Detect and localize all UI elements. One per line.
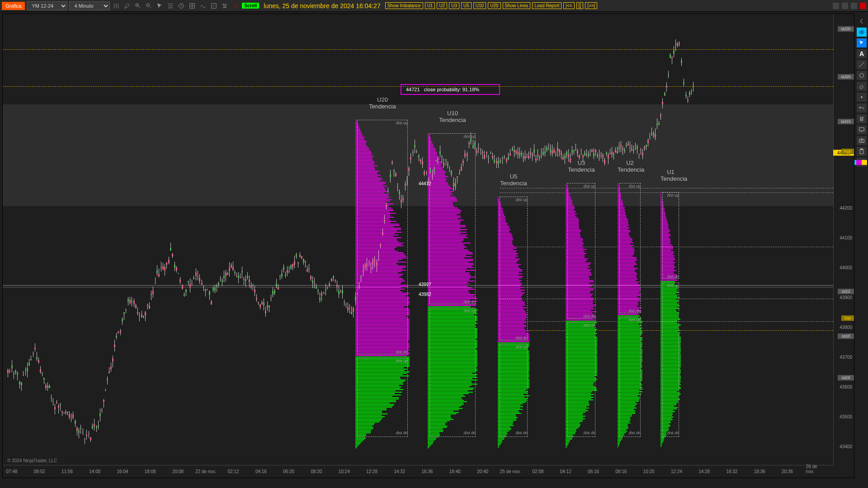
svg-rect-15 xyxy=(859,128,864,131)
arrow-left-icon[interactable] xyxy=(856,16,867,26)
scroll-badge[interactable]: Scroll xyxy=(242,3,259,9)
svg-point-7 xyxy=(224,7,225,8)
u5-button[interactable]: U5 xyxy=(461,2,472,9)
eraser-tool-icon[interactable] xyxy=(856,81,867,91)
svg-point-17 xyxy=(861,140,863,142)
bars-icon[interactable] xyxy=(112,1,121,10)
svg-point-13 xyxy=(860,74,864,78)
line-tool2-icon[interactable] xyxy=(856,60,867,70)
u3-button[interactable]: U3 xyxy=(449,2,459,9)
camera-icon[interactable] xyxy=(856,136,867,145)
window-min-button[interactable] xyxy=(833,3,839,9)
timeframe-select[interactable]: 4 Minuto xyxy=(69,1,110,10)
svg-point-12 xyxy=(861,31,863,33)
symbol-select[interactable]: YM 12-24 xyxy=(27,1,67,10)
pencil-icon[interactable] xyxy=(123,1,132,10)
center-button[interactable]: [] xyxy=(576,2,584,9)
check-icon[interactable] xyxy=(209,1,218,10)
svg-rect-4 xyxy=(212,3,217,8)
settings-icon[interactable] xyxy=(220,1,229,10)
cursor-icon[interactable] xyxy=(155,1,164,10)
zoom-out-icon[interactable] xyxy=(144,1,153,10)
show-lines-button[interactable]: Show Lines xyxy=(503,2,531,9)
svg-rect-16 xyxy=(859,139,864,142)
svg-point-6 xyxy=(225,5,226,6)
color-pair-1[interactable] xyxy=(856,157,867,167)
zoom-in-icon[interactable] xyxy=(133,1,142,10)
trash-icon[interactable] xyxy=(856,114,867,124)
price-annot-1: 44412 xyxy=(419,181,431,186)
svg-point-5 xyxy=(223,4,224,5)
grid-icon[interactable] xyxy=(188,1,197,10)
chart-area[interactable]: 44721 close probability: 91.18% U20Tende… xyxy=(2,14,854,478)
next-button[interactable]: [>>] xyxy=(585,2,597,9)
dot-tool-icon[interactable] xyxy=(856,92,867,102)
right-toolbar: A xyxy=(856,16,867,167)
shape-tool-icon[interactable] xyxy=(856,70,867,80)
window-restore-button[interactable] xyxy=(851,3,857,9)
show-imbalance-button[interactable]: Show Imbalance xyxy=(385,2,423,9)
prev-button[interactable]: |<< xyxy=(563,2,574,9)
clock-icon[interactable] xyxy=(177,1,186,10)
copyright-label: © 2024 NinjaTrader, LLC xyxy=(7,458,57,463)
clipboard-icon[interactable] xyxy=(856,146,867,156)
u2-button[interactable]: U2 xyxy=(437,2,447,9)
svg-rect-18 xyxy=(860,150,863,154)
candlestick-series xyxy=(3,14,833,465)
wave-icon[interactable] xyxy=(198,1,208,10)
text-tool-icon[interactable]: A xyxy=(856,49,867,59)
top-toolbar: Grafica YM 12-24 4 Minuto Scroll lunes, … xyxy=(0,0,868,12)
u1-button[interactable]: U1 xyxy=(425,2,435,9)
screen-icon[interactable] xyxy=(856,125,867,135)
price-annot-2: 43997 xyxy=(419,282,431,287)
svg-point-14 xyxy=(861,96,863,98)
grafica-button[interactable]: Grafica xyxy=(2,2,25,10)
datetime-label: lunes, 25 de noviembre de 2024 16:04:27 xyxy=(264,2,380,9)
power-icon[interactable] xyxy=(231,1,240,10)
undo-icon[interactable] xyxy=(856,103,867,113)
pointer-tool-icon[interactable] xyxy=(856,38,867,48)
time-axis[interactable]: 07:4809:5211:5614:0016:0418:0820:0822 de… xyxy=(3,465,833,478)
price-axis[interactable]: 4340043500436004370043800439004400044100… xyxy=(833,14,854,465)
price-annot-3: 43982 xyxy=(419,292,431,297)
window-close-button[interactable] xyxy=(860,3,866,9)
window-max-button[interactable] xyxy=(842,3,848,9)
list-icon[interactable] xyxy=(166,1,175,10)
load-report-button[interactable]: Load Report xyxy=(532,2,561,9)
eye-tool-icon[interactable] xyxy=(856,27,867,37)
u10-button[interactable]: U10 xyxy=(473,2,486,9)
u20-button[interactable]: U20 xyxy=(488,2,500,9)
